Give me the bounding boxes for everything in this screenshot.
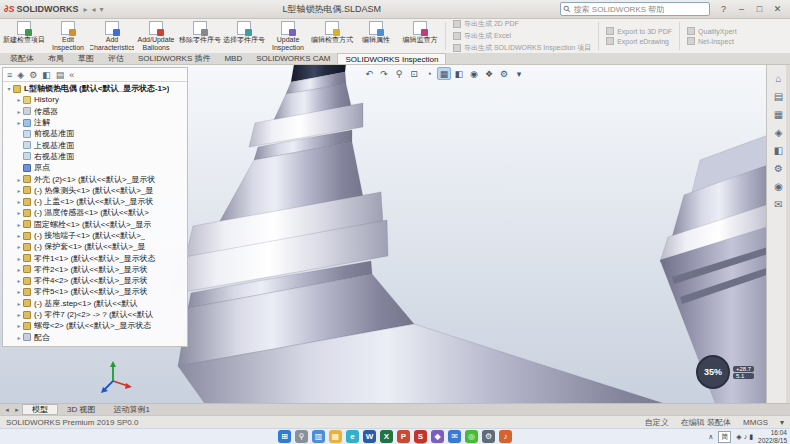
tray-icon[interactable]: ▮: [749, 433, 753, 441]
tree-item[interactable]: ▸ (-) 热像测头<1> (默认<<默认>_显: [3, 185, 187, 196]
feature-manager-tab-icon[interactable]: ▤: [56, 70, 65, 80]
view-toolbar-icon[interactable]: ◔: [422, 67, 436, 80]
view-toolbar-icon[interactable]: ⊡: [407, 67, 421, 80]
tree-item[interactable]: ▸ 螺母<2> (默认<<默认>_显示状态: [3, 320, 187, 331]
tree-expander[interactable]: ▸: [15, 288, 23, 295]
tree-expander[interactable]: ▸: [15, 96, 23, 103]
tree-expander[interactable]: ▸: [15, 266, 23, 273]
tree-item[interactable]: ▸ 传感器: [3, 106, 187, 117]
task-pane-icon[interactable]: ◧: [774, 145, 783, 156]
task-pane-icon[interactable]: ◉: [774, 181, 783, 192]
ribbon-tab[interactable]: SOLIDWORKS CAM: [249, 53, 337, 64]
ribbon-button[interactable]: Add/Update Balloons: [134, 20, 178, 52]
taskbar-icon[interactable]: e: [346, 430, 359, 443]
maximize-button[interactable]: □: [751, 2, 768, 17]
ribbon-menu-item[interactable]: Export to 3D PDF: [606, 27, 672, 35]
task-pane-icon[interactable]: ▦: [774, 109, 783, 120]
ribbon-button[interactable]: Add Characteristics: [90, 20, 134, 52]
view-toolbar-icon[interactable]: ▦: [437, 67, 451, 80]
tree-expander[interactable]: ▸: [15, 255, 23, 262]
tree-item[interactable]: ▸ 零件2<1> (默认<<默认>_显示状: [3, 264, 187, 275]
ribbon-menu-item[interactable]: 导出生成 2D PDF: [453, 19, 591, 29]
tree-expander[interactable]: ▸: [15, 176, 23, 183]
feature-manager-tab-icon[interactable]: «: [69, 70, 74, 80]
view-toolbar-icon[interactable]: ⚲: [392, 67, 406, 80]
document-tab[interactable]: 模型: [22, 404, 58, 415]
tree-item[interactable]: ▸ 外壳 (2)<1> (默认<<默认>_显示状: [3, 173, 187, 184]
ribbon-button[interactable]: 新建检查项目: [2, 20, 46, 52]
tree-item[interactable]: ▸ 零件5<1> (默认<<默认>_显示状: [3, 286, 187, 297]
view-toolbar-icon[interactable]: ↷: [377, 67, 391, 80]
tree-expander[interactable]: ▸: [15, 322, 23, 329]
tree-expander[interactable]: ▸: [15, 108, 23, 115]
graphics-area[interactable]: ≡◈⚙◧▤« ▾ L型轴锁热电偶 (默认<默认_显示状态-1>) ▸: [0, 65, 790, 403]
task-pane-icon[interactable]: ⚙: [774, 163, 783, 174]
status-item[interactable]: 自定义: [645, 417, 669, 428]
tree-item[interactable]: ▸ (-) 上盖<1> (默认<<默认>_显示状: [3, 196, 187, 207]
tree-item[interactable]: ▸ (-) 保护套<1> (默认<<默认>_显: [3, 241, 187, 252]
tree-item[interactable]: 右视基准面: [3, 151, 187, 162]
taskbar-icon[interactable]: ♪: [499, 430, 512, 443]
view-toolbar-icon[interactable]: ▾: [512, 67, 526, 80]
ribbon-button[interactable]: Edit Inspection: [46, 20, 90, 52]
tree-item[interactable]: ▸ 固定螺栓<1> (默认<<默认>_显示: [3, 219, 187, 230]
tree-item[interactable]: ▸ (-) 零件7 (2)<2> -> ? (默认<<默认: [3, 309, 187, 320]
ribbon-menu-item[interactable]: Net-Inspect: [687, 37, 737, 45]
tree-item[interactable]: ▸ 注解: [3, 117, 187, 128]
taskbar-icon[interactable]: P: [397, 430, 410, 443]
ribbon-menu-item[interactable]: 导出生成 Excel: [453, 31, 591, 41]
tree-item[interactable]: ▸ History: [3, 94, 187, 105]
tree-expander[interactable]: ▸: [15, 232, 23, 239]
tree-expander[interactable]: ▸: [15, 119, 23, 126]
tree-item[interactable]: ▸ 零件1<1> (默认<<默认>_显示状态: [3, 252, 187, 263]
tree-item[interactable]: ▸ (-) 接地端子<1> (默认<<默认>_: [3, 230, 187, 241]
view-toolbar-icon[interactable]: ⚙: [497, 67, 511, 80]
help-search-box[interactable]: ⚲ 搜索 SOLIDWORKS 帮助: [560, 2, 710, 16]
task-pane-icon[interactable]: ◈: [775, 127, 783, 138]
feature-manager-tab-icon[interactable]: ⚙: [29, 70, 37, 80]
ribbon-tab[interactable]: SOLIDWORKS Inspection: [337, 53, 446, 64]
feature-manager-tab-icon[interactable]: ≡: [7, 70, 12, 80]
tree-expander[interactable]: ▸: [15, 277, 23, 284]
tree-item[interactable]: ▸ 配合: [3, 332, 187, 343]
ribbon-tab[interactable]: 布局: [41, 53, 71, 64]
view-toolbar-icon[interactable]: ↶: [362, 67, 376, 80]
ribbon-button[interactable]: Update Inspection Project: [266, 20, 310, 52]
tree-item[interactable]: 原点: [3, 162, 187, 173]
quick-access-icon[interactable]: ▸: [83, 5, 87, 14]
tree-expander[interactable]: ▸: [15, 300, 23, 307]
tree-item[interactable]: ▸ (-) 温度传感器<1> (默认<<默认>: [3, 207, 187, 218]
tab-scroll-arrow[interactable]: ▸: [12, 404, 22, 415]
tree-expander[interactable]: ▸: [15, 209, 23, 216]
tree-expander[interactable]: ▸: [15, 311, 23, 318]
feature-manager-tab-icon[interactable]: ◈: [17, 70, 24, 80]
view-toolbar-icon[interactable]: ◧: [452, 67, 466, 80]
taskbar-icon[interactable]: ⊞: [278, 430, 291, 443]
ribbon-button[interactable]: 编辑监查方: [398, 20, 442, 52]
taskbar-icon[interactable]: ⚲: [295, 430, 308, 443]
taskbar-icon[interactable]: X: [380, 430, 393, 443]
ribbon-tab[interactable]: SOLIDWORKS 插件: [131, 53, 217, 64]
tree-expander[interactable]: ▸: [15, 243, 23, 250]
quick-access-icon[interactable]: ◂: [91, 5, 95, 14]
minimize-button[interactable]: –: [733, 2, 750, 17]
task-pane-icon[interactable]: ✉: [774, 199, 782, 210]
ribbon-button[interactable]: 选择零件序号: [222, 20, 266, 52]
task-pane-icon[interactable]: ⌂: [775, 73, 781, 84]
taskbar-icon[interactable]: ◎: [465, 430, 478, 443]
view-toolbar-icon[interactable]: ◉: [467, 67, 481, 80]
tree-item[interactable]: ▸ 零件4<2> (默认<<默认>_显示状: [3, 275, 187, 286]
tree-item[interactable]: 上视基准面: [3, 139, 187, 150]
tree-expander[interactable]: ▸: [15, 221, 23, 228]
view-toolbar-icon[interactable]: ❖: [482, 67, 496, 80]
clock[interactable]: 16:04 2022/8/15: [758, 429, 787, 444]
document-tab[interactable]: 运动算例1: [104, 404, 158, 415]
taskbar-icon[interactable]: ✉: [448, 430, 461, 443]
status-item[interactable]: ▾: [780, 418, 784, 427]
ribbon-button[interactable]: 编辑检查方式: [310, 20, 354, 52]
tree-expander[interactable]: ▸: [15, 334, 23, 341]
taskbar-icon[interactable]: S: [414, 430, 427, 443]
ribbon-button[interactable]: 编辑属性: [354, 20, 398, 52]
taskbar-icon[interactable]: ▥: [312, 430, 325, 443]
status-item[interactable]: 在编辑 装配体: [681, 417, 731, 428]
